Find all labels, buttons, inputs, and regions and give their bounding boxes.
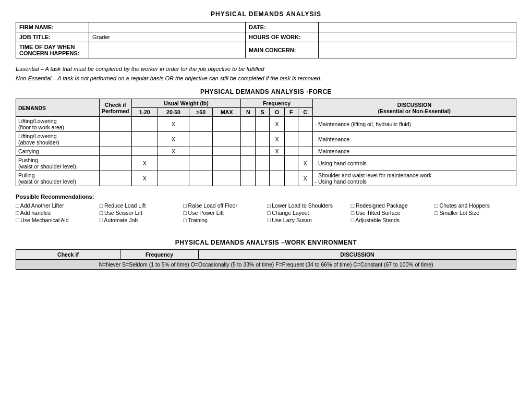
frequency-header: Frequency [241,99,312,108]
check-cell [100,117,132,132]
w20-50-cell: X [158,132,189,147]
freq-o-cell: X [270,132,285,147]
freq-o: O [270,108,285,117]
main-concern-label: MAIN CONCERN: [246,42,319,58]
w20-50-cell: X [158,147,189,156]
w50-cell [189,117,213,132]
freq-s: S [256,108,270,117]
table-row: Pulling (waist or shoulder level) X X - … [16,171,516,186]
freq-o-cell: X [270,147,285,156]
weight-20-50: 20-50 [158,108,189,117]
freq-f-cell [284,156,298,171]
freq-f-cell [284,132,298,147]
rec-item [434,217,516,223]
demand-cell: Pushing (waist or shoulder level) [16,156,100,171]
freq-c-cell [298,132,312,147]
rec-item: □ Use Tilted Surface [351,210,433,216]
w50-cell [189,147,213,156]
freq-o-cell: X [270,117,285,132]
discussion-cell: - Maintenance [312,132,516,147]
check-cell [100,171,132,186]
freq-c-cell [298,117,312,132]
freq-s-cell [256,117,270,132]
discussion-cell: - Maintenance [312,147,516,156]
freq-c-cell: X [298,171,312,186]
check-cell [100,147,132,156]
w1-20-cell [131,132,158,147]
rec-item: □ Use Scissor Lift [100,210,182,216]
rec-title: Possible Recommendations: [16,194,516,200]
usual-weight-header: Usual Weight (lb) [131,99,241,108]
w50-cell [189,132,213,147]
rec-item: □ Smaller Lot Size [434,210,516,216]
w1-20-cell: X [131,156,158,171]
wmax-cell [213,171,241,186]
rec-item: □ Reduce Load Lift [100,202,182,209]
rec-item: □ Use Power Lift [183,210,265,216]
freq-n-cell [241,156,256,171]
freq-s-cell [256,156,270,171]
force-demands-table: DEMANDS Check if Performed Usual Weight … [16,99,516,186]
demand-cell: Lifting/Lowering (above shoulder) [16,132,100,147]
rec-item: □ Redesigned Package [351,202,433,209]
rec-item: □ Lower Load to Shoulders [267,202,349,209]
rec-item: □ Change Layout [267,210,349,216]
weight-1-20: 1-20 [131,108,158,117]
freq-f-cell [284,147,298,156]
table-row: Lifting/Lowering (above shoulder) X X - … [16,132,516,147]
date-value [319,22,516,32]
discussion-header: DISCUSSION (Essential or Non-Essential) [312,99,516,117]
freq-note: N=Never S=Seldom (1 to 5% of time) O=Occ… [16,260,516,270]
essential-def: Essential – A task that must be complete… [16,65,516,74]
env-check-header: Check if [16,250,120,260]
date-label: DATE: [246,22,319,32]
time-value [89,42,246,58]
discussion-cell: - Shoulder and waist level for maintenan… [312,171,516,186]
check-cell [100,156,132,171]
w1-20-cell [131,147,158,156]
table-row: Carrying X X - Maintenance [16,147,516,156]
demand-cell: Lifting/Lowering (floor to work area) [16,117,100,132]
discussion-cell: - Using hand controls [312,156,516,171]
freq-f: F [284,108,298,117]
weight-max: MAX [213,108,241,117]
definitions-block: Essential – A task that must be complete… [16,65,516,83]
freq-c: C [298,108,312,117]
demand-cell: Pulling (waist or shoulder level) [16,171,100,186]
freq-n-cell [241,171,256,186]
freq-o-cell [270,156,285,171]
freq-s-cell [256,132,270,147]
demand-cell: Carrying [16,147,100,156]
work-env-table: Check if Frequency DISCUSSION N=Never S=… [16,249,516,270]
rec-item: □ Automate Job [100,217,182,223]
w50-cell [189,171,213,186]
freq-c-cell: X [298,156,312,171]
rec-grid: □ Add Another Lifter□ Reduce Load Lift□ … [16,202,516,223]
freq-n-cell [241,117,256,132]
wmax-cell [213,132,241,147]
freq-n-cell [241,132,256,147]
time-label: TIME OF DAY WHEN CONCERN HAPPENS: [16,42,89,58]
w20-50-cell [158,156,189,171]
wmax-cell [213,156,241,171]
main-concern-value [319,42,516,58]
freq-o-cell [270,171,285,186]
force-section-title: PHYSICAL DEMANDS ANALYSIS -FORCE [16,88,516,95]
page-title: PHYSICAL DEMANDS ANALYSIS [16,10,516,18]
rec-item: □ Add handles [16,210,98,216]
env-freq-header: Frequency [120,250,199,260]
rec-item: □ Use Lazy Susan [267,217,349,223]
non-essential-def: Non-Essential – A task is not performed … [16,74,516,83]
firm-name-label: FIRM NAME: [16,22,89,32]
freq-n: N [241,108,256,117]
recommendations-section: Possible Recommendations: □ Add Another … [16,194,516,223]
job-title-value: Grader [89,32,246,42]
wmax-cell [213,117,241,132]
env-discussion-header: DISCUSSION [199,250,516,260]
freq-f-cell [284,171,298,186]
rec-item: □ Adjustable Stands [351,217,433,223]
demands-header: DEMANDS [16,99,100,117]
check-cell [100,132,132,147]
hours-value [319,32,516,42]
table-row: Lifting/Lowering (floor to work area) X … [16,117,516,132]
